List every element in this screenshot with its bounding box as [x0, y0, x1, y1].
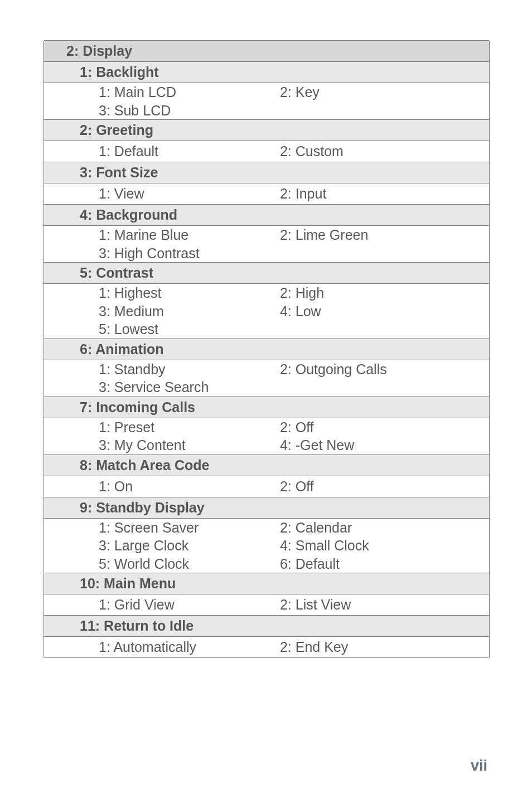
- items-row: 1: Screen Saver 2: Calendar 3: Large Clo…: [44, 518, 489, 573]
- items-row: 1: Preset 2: Off 3: My Content 4: -Get N…: [44, 418, 489, 454]
- subsection-header: 8: Match Area Code: [44, 454, 489, 476]
- menu-item: 1: Automatically: [44, 638, 280, 656]
- subsection-header: 7: Incoming Calls: [44, 396, 489, 418]
- subsection-header: 9: Standby Display: [44, 497, 489, 518]
- menu-item: 5: Lowest: [44, 320, 280, 338]
- items-row: 1: Grid View 2: List View: [44, 594, 489, 615]
- items-row: 1: Automatically 2: End Key: [44, 636, 489, 657]
- section-header: 2: Display: [44, 41, 489, 61]
- menu-item: 1: Main LCD: [44, 83, 280, 101]
- subsection-header: 10: Main Menu: [44, 573, 489, 594]
- menu-item: 1: Screen Saver: [44, 519, 280, 537]
- subsection-title: 11: Return to Idle: [80, 617, 194, 635]
- items-row: 1: On 2: Off: [44, 476, 489, 497]
- menu-item: 2: Lime Green: [280, 226, 489, 244]
- menu-item: 2: Key: [280, 83, 489, 101]
- subsection-header: 4: Background: [44, 204, 489, 225]
- subsection-title: 5: Contrast: [80, 264, 153, 282]
- menu-item: 2: Outgoing Calls: [280, 360, 489, 379]
- menu-item: 4: Small Clock: [280, 536, 489, 555]
- section-title: 2: Display: [66, 42, 132, 60]
- page: 2: Display 1: Backlight 1: Main LCD 2: K…: [0, 0, 532, 798]
- menu-item: 1: Highest: [44, 284, 280, 302]
- menu-item: 3: Sub LCD: [44, 101, 280, 120]
- menu-item: 4: Low: [280, 302, 489, 321]
- menu-item: 6: Default: [280, 555, 489, 573]
- menu-item: 4: -Get New: [280, 436, 489, 454]
- items-row: 1: Default 2: Custom: [44, 141, 489, 162]
- items-row: 1: Highest 2: High 3: Medium 4: Low 5: L…: [44, 283, 489, 338]
- menu-item: 1: Default: [44, 142, 280, 161]
- subsection-header: 2: Greeting: [44, 119, 489, 141]
- menu-item: [280, 320, 489, 338]
- items-row: 1: View 2: Input: [44, 183, 489, 204]
- subsection-title: 9: Standby Display: [80, 499, 205, 517]
- items-row: 1: Marine Blue 2: Lime Green 3: High Con…: [44, 225, 489, 262]
- subsection-title: 6: Animation: [80, 340, 163, 359]
- subsection-header: 3: Font Size: [44, 162, 489, 183]
- menu-item: 3: Large Clock: [44, 536, 280, 555]
- menu-item: [280, 244, 489, 263]
- subsection-header: 5: Contrast: [44, 262, 489, 283]
- page-number: vii: [471, 757, 487, 775]
- menu-item: 3: Service Search: [44, 378, 280, 396]
- menu-item: [280, 378, 489, 396]
- subsection-title: 3: Font Size: [80, 163, 158, 182]
- menu-item: 2: Calendar: [280, 519, 489, 537]
- subsection-title: 7: Incoming Calls: [80, 398, 195, 417]
- subsection-title: 10: Main Menu: [80, 574, 176, 593]
- subsection-header: 11: Return to Idle: [44, 615, 489, 636]
- menu-item: 2: Off: [280, 477, 489, 496]
- menu-item: 1: Preset: [44, 418, 280, 437]
- items-row: 1: Standby 2: Outgoing Calls 3: Service …: [44, 360, 489, 396]
- subsection-header: 1: Backlight: [44, 61, 489, 83]
- menu-item: 3: High Contrast: [44, 244, 280, 263]
- menu-item: [280, 101, 489, 120]
- menu-item: 1: On: [44, 477, 280, 496]
- menu-item: 5: World Clock: [44, 555, 280, 573]
- menu-item: 1: View: [44, 185, 280, 203]
- subsection-title: 4: Background: [80, 206, 177, 224]
- subsection-title: 8: Match Area Code: [80, 456, 209, 475]
- subsection-title: 2: Greeting: [80, 121, 153, 139]
- menu-item: 2: List View: [280, 596, 489, 614]
- menu-item: 3: My Content: [44, 436, 280, 454]
- menu-item: 2: Input: [280, 185, 489, 203]
- menu-item: 1: Standby: [44, 360, 280, 379]
- subsection-header: 6: Animation: [44, 338, 489, 360]
- menu-item: 3: Medium: [44, 302, 280, 321]
- menu-item: 1: Marine Blue: [44, 226, 280, 244]
- menu-item: 2: Custom: [280, 142, 489, 161]
- menu-item: 2: End Key: [280, 638, 489, 656]
- items-row: 1: Main LCD 2: Key 3: Sub LCD: [44, 83, 489, 119]
- menu-item: 2: High: [280, 284, 489, 302]
- menu-table: 2: Display 1: Backlight 1: Main LCD 2: K…: [43, 40, 490, 658]
- menu-item: 2: Off: [280, 418, 489, 437]
- subsection-title: 1: Backlight: [80, 63, 159, 81]
- menu-item: 1: Grid View: [44, 596, 280, 614]
